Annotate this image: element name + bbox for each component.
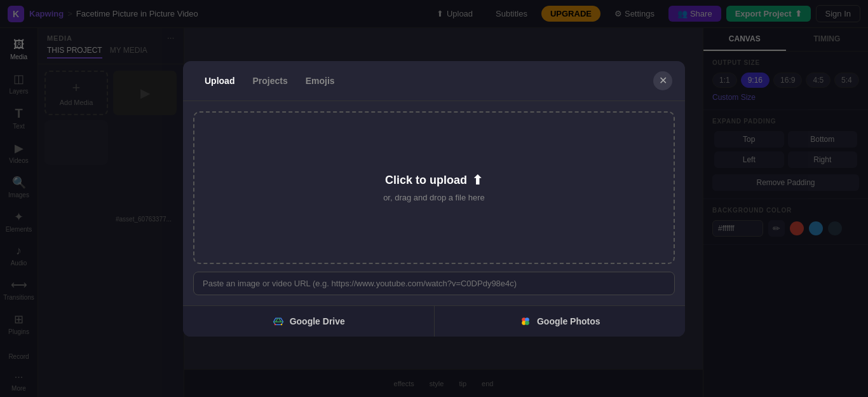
upload-modal: Upload Projects Emojis ✕ Click to upload… (183, 61, 685, 337)
drop-zone-subtitle: or, drag and drop a file here (383, 193, 485, 202)
google-drive-icon (272, 315, 285, 328)
google-drive-label: Google Drive (290, 316, 345, 326)
modal-header: Upload Projects Emojis ✕ (183, 61, 685, 101)
svg-point-1 (280, 323, 282, 325)
svg-point-0 (274, 323, 276, 325)
modal-body: Click to upload ⬆ or, drag and drop a fi… (183, 101, 685, 305)
svg-point-5 (525, 321, 529, 325)
modal-overlay[interactable]: Upload Projects Emojis ✕ Click to upload… (0, 0, 868, 397)
modal-tab-projects[interactable]: Projects (243, 72, 296, 90)
url-input[interactable] (193, 272, 675, 295)
modal-tab-emojis[interactable]: Emojis (297, 72, 344, 90)
upload-arrow-icon: ⬆ (472, 172, 483, 188)
google-photos-button[interactable]: Google Photos (435, 306, 686, 337)
drop-zone[interactable]: Click to upload ⬆ or, drag and drop a fi… (193, 111, 675, 264)
modal-footer: Google Drive Google Photos (183, 305, 685, 337)
google-drive-button[interactable]: Google Drive (183, 306, 435, 337)
modal-tab-upload[interactable]: Upload (196, 72, 243, 90)
google-photos-icon (519, 315, 532, 328)
google-photos-label: Google Photos (537, 316, 600, 326)
modal-close-button[interactable]: ✕ (653, 71, 672, 90)
drop-zone-title: Click to upload ⬆ (385, 172, 483, 188)
